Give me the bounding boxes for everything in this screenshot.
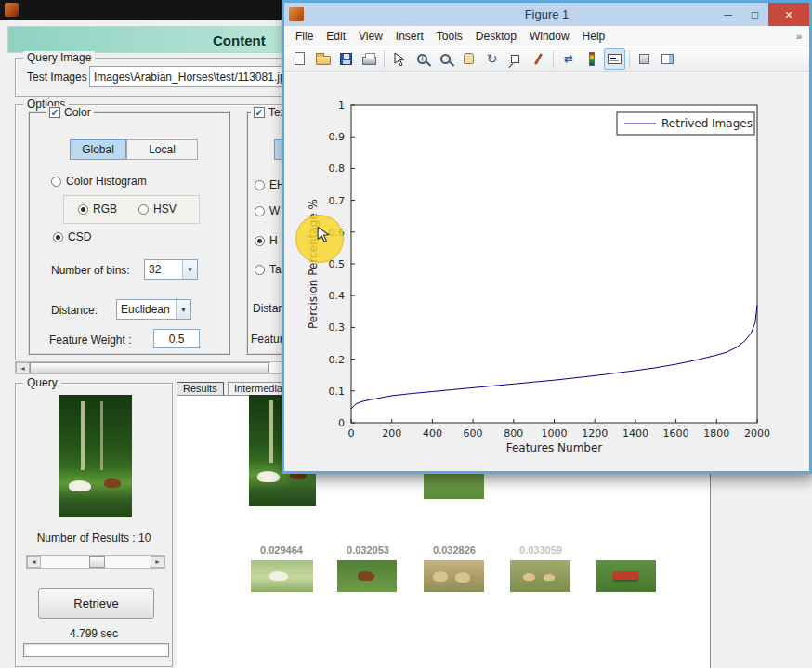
feature-weight-label: Feature Weight : [49,334,132,347]
color-histogram-radio[interactable]: Color Histogram [51,175,147,188]
slider-left-arrow-icon[interactable]: ◄ [27,556,41,568]
toolbar-separator [629,50,630,68]
distance-dropdown[interactable]: Euclidean ▼ [116,299,191,320]
menu-desktop[interactable]: Desktop [469,26,523,46]
distance-label: Distance: [51,304,98,317]
result-thumbnail[interactable] [596,560,656,592]
tree-trunk [81,401,85,470]
radio-circle-icon [255,265,265,275]
brown-horse [358,571,374,581]
insert-colorbar-icon[interactable] [581,48,602,70]
window-controls: ─ □ × [714,3,809,26]
menu-file[interactable]: File [289,26,320,46]
edit-plot-cursor-icon[interactable] [388,48,410,70]
figure-titlebar[interactable]: Figure 1 ─ □ × [284,3,809,26]
legend-label: Retrived Images [661,117,753,130]
legend[interactable]: Retrived Images [617,112,754,135]
y-tick-label: 0 [338,417,345,429]
x-tick-label: 1400 [622,427,648,439]
bins-value: 32 [145,260,182,279]
y-tick-label: 0.9 [329,131,346,143]
app-header-title: Content [213,27,266,54]
result-thumbnail[interactable] [251,560,313,592]
query-image [59,395,132,517]
figure-toolbar: + − ↻ ⇄ [284,46,809,72]
color-checkbox[interactable]: ✓ Color [46,106,94,119]
figure-window: Figure 1 ─ □ × File Edit View Insert Too… [282,0,812,474]
x-tick-label: 1600 [663,427,689,439]
texture-radio-3-label: H [269,234,278,247]
tree-trunk [100,401,103,470]
x-tick-label: 1000 [542,427,568,439]
chevron-down-icon[interactable]: ▼ [182,260,197,279]
data-cursor-icon[interactable] [504,48,526,70]
hide-plot-tools-icon[interactable] [634,48,655,70]
menu-view[interactable]: View [352,26,389,46]
pan-icon[interactable] [458,48,479,70]
scrollbar-thumb[interactable] [30,362,269,373]
result-thumbnail[interactable] [424,560,484,592]
result-thumbnail[interactable] [337,560,397,592]
texture-radio-2[interactable]: W [255,204,280,217]
zoom-out-icon[interactable]: − [435,48,456,70]
print-figure-icon[interactable] [359,48,380,70]
num-results-slider[interactable]: ◄ ► [26,555,165,569]
texture-radio-1[interactable]: EH [255,178,285,191]
elapsed-time-label: 4.799 sec [16,627,172,640]
new-figure-icon[interactable] [289,48,310,70]
menu-tools[interactable]: Tools [430,26,469,46]
color-local-button[interactable]: Local [126,139,198,160]
result-thumbnail[interactable] [510,560,570,592]
insert-legend-icon[interactable] [604,48,625,70]
y-tick-label: 0.8 [329,163,346,175]
tab-results[interactable]: Results [177,382,224,395]
white-horse [269,571,288,581]
retrieve-button[interactable]: Retrieve [38,588,154,619]
radio-selected-icon [53,232,63,242]
rgb-radio[interactable]: RGB [78,203,117,216]
close-button[interactable]: × [768,3,809,26]
save-figure-icon[interactable] [335,48,357,70]
scroll-left-icon[interactable]: ◄ [16,362,30,373]
result-score: 0.033059 [512,544,570,556]
texture-radio-3[interactable]: H [255,234,278,247]
slider-right-arrow-icon[interactable]: ► [151,556,164,568]
radio-selected-icon [255,236,265,246]
axes-box [351,105,757,423]
link-plot-icon[interactable]: ⇄ [557,48,579,70]
show-plot-tools-icon[interactable] [657,48,678,70]
hsv-radio[interactable]: HSV [138,203,177,216]
y-tick-label: 0.2 [329,354,346,366]
slider-thumb[interactable] [89,556,105,568]
bins-dropdown[interactable]: 32 ▼ [144,259,198,280]
minimize-button[interactable]: ─ [714,3,741,26]
menu-edit[interactable]: Edit [320,26,352,46]
color-global-button[interactable]: Global [70,139,126,160]
zoom-in-icon[interactable]: + [412,48,433,70]
color-checkbox-label: Color [64,106,91,119]
csd-radio[interactable]: CSD [53,230,91,243]
open-file-icon[interactable] [312,48,334,70]
menu-insert[interactable]: Insert [389,26,430,46]
rotate-3d-icon[interactable]: ↻ [481,48,503,70]
brush-icon[interactable] [528,48,549,70]
checkbox-check-icon: ✓ [49,107,60,118]
menu-help[interactable]: Help [576,26,612,46]
radio-circle-icon [255,206,265,216]
x-tick-label: 400 [423,427,442,439]
num-results-label: Number of Results : 10 [16,531,172,544]
x-tick-label: 600 [464,427,483,439]
menu-window[interactable]: Window [523,26,576,46]
result-score: 0.029464 [253,544,310,556]
matlab-app-icon [5,3,19,17]
y-tick-label: 0.1 [329,386,346,398]
x-tick-label: 2000 [744,427,770,439]
x-tick-label: 1800 [703,427,729,439]
maximize-button[interactable]: □ [741,3,768,26]
click-highlight [295,215,344,263]
menu-overflow-chevron[interactable]: » [789,31,809,42]
feature-weight-input[interactable]: 0.5 [153,329,200,348]
slider-track[interactable] [41,556,151,568]
chevron-down-icon[interactable]: ▼ [176,300,190,319]
texture-radio-4[interactable]: Ta [255,263,282,276]
